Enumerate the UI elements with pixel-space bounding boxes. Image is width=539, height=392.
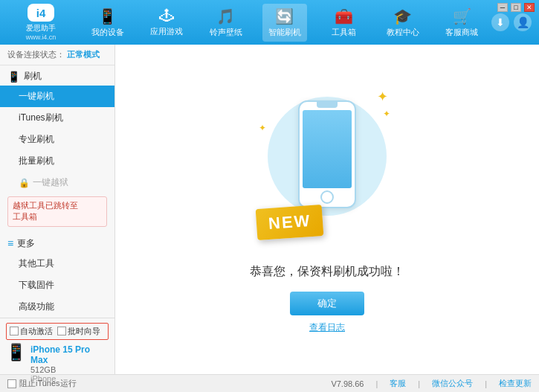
window-controls: ─ □ ✕ [497,3,535,12]
sidebar-item-itunes-flash[interactable]: iTunes刷机 [0,107,114,129]
confirm-button[interactable]: 确定 [290,292,364,315]
auto-activate-checkbox[interactable]: 自动激活 [10,326,53,337]
phone-home-button [320,190,334,204]
service-icon: 🛒 [453,7,471,25]
phone-screen [303,110,352,188]
user-button[interactable]: 👤 [514,13,532,31]
timed-guide-check[interactable] [57,327,66,335]
ringtone-icon: 🎵 [216,7,235,25]
sidebar-more-section: ≡ 更多 [0,233,114,253]
sidebar-item-jailbreak: 🔒 一键越狱 [0,172,114,193]
sparkles-icon: ✦✦ [377,89,390,121]
nav-app-games[interactable]: 🕹 应用游戏 [144,4,189,41]
new-badge: NEW [256,204,324,240]
check-update-link[interactable]: 检查更新 [499,378,532,389]
nav-ringtone[interactable]: 🎵 铃声壁纸 [204,4,248,42]
view-log-link[interactable]: 查看日志 [309,321,345,334]
customer-service-link[interactable]: 客服 [390,378,406,389]
sidebar-item-pro-flash[interactable]: 专业刷机 [0,129,114,150]
nav-tutorial[interactable]: 🎓 教程中心 [381,4,425,42]
header-right: ⬇ 👤 [491,13,532,31]
phone-notch [317,102,338,108]
device-phone-icon: 📱 [6,344,26,361]
nav-smart-flash[interactable]: 🔄 智能刷机 [262,4,307,42]
divider3: | [485,379,487,388]
wechat-link[interactable]: 微信公众号 [432,378,473,389]
auto-activate-check[interactable] [10,327,19,335]
nav-my-device[interactable]: 📱 我的设备 [85,4,130,42]
stop-itunes-check[interactable] [7,379,16,388]
divider1: | [375,379,378,388]
logo-icon: i4 [28,4,54,22]
header: i4 爱思助手 www.i4.cn 📱 我的设备 🕹 应用游戏 🎵 铃声壁纸 [0,0,539,45]
device-details: iPhone 15 Pro Max 512GB iPhone [30,344,109,383]
main-container: 设备连接状态： 正常模式 📱 刷机 一键刷机 iTunes刷机 专业刷机 批量刷… [0,45,539,374]
maximize-button[interactable]: □ [511,3,521,12]
success-text: 恭喜您，保资料刷机成功啦！ [250,264,404,280]
device-section: 自动激活 批时向导 📱 iPhone 15 Pro Max 512GB iPho… [0,318,114,388]
my-device-icon: 📱 [98,7,117,25]
sidebar-flash-section: 📱 刷机 [0,65,114,86]
sidebar-item-one-key-flash[interactable]: 一键刷机 [0,86,114,107]
sidebar-item-download-firmware[interactable]: 下载固件 [0,274,114,296]
logo: i4 爱思助手 www.i4.cn [7,4,74,41]
tutorial-icon: 🎓 [393,7,412,25]
more-section-icon: ≡ [7,237,13,249]
smart-flash-icon: 🔄 [275,7,294,25]
sparkle-left-icon: ✦ [259,123,266,133]
sidebar: 设备连接状态： 正常模式 📱 刷机 一键刷机 iTunes刷机 专业刷机 批量刷… [0,45,115,374]
lock-icon: 🔒 [19,178,30,188]
phone-device [298,100,356,208]
app-games-icon: 🕹 [159,7,174,25]
sidebar-item-advanced[interactable]: 高级功能 [0,296,114,318]
divider2: | [418,379,420,388]
stop-itunes-checkbox[interactable]: 阻止iTunes运行 [7,378,77,389]
version-label: V7.98.66 [331,379,364,388]
close-button[interactable]: ✕ [524,3,535,12]
sidebar-note: 越狱工具已跳转至工具箱 [7,196,107,227]
sidebar-item-batch-flash[interactable]: 批量刷机 [0,150,114,172]
minimize-button[interactable]: ─ [497,3,508,12]
timed-guide-checkbox[interactable]: 批时向导 [57,326,100,337]
logo-text: 爱思助手 www.i4.cn [26,23,57,41]
toolbox-icon: 🧰 [335,7,353,25]
auto-options-container: 自动激活 批时向导 [6,323,109,340]
flash-section-icon: 📱 [7,71,20,83]
content-area: NEW ✦✦ ✦ 恭喜您，保资料刷机成功啦！ 确定 查看日志 [115,45,539,374]
success-illustration: NEW ✦✦ ✦ [253,86,401,249]
download-button[interactable]: ⬇ [491,13,509,31]
sidebar-item-other-tools[interactable]: 其他工具 [0,253,114,274]
connection-status: 设备连接状态： 正常模式 [0,45,114,65]
device-info: 📱 iPhone 15 Pro Max 512GB iPhone [6,344,109,383]
nav-bar: 📱 我的设备 🕹 应用游戏 🎵 铃声壁纸 🔄 智能刷机 🧰 工具箱 [78,4,491,42]
nav-toolbox[interactable]: 🧰 工具箱 [321,4,366,42]
nav-service[interactable]: 🛒 客服商城 [439,4,484,42]
